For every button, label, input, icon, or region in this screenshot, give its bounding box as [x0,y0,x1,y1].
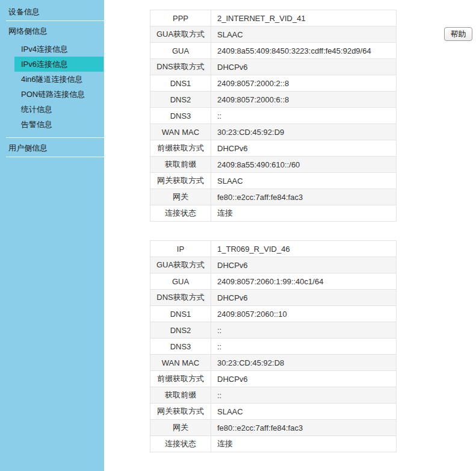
row-value: 2409:8057:2000:2::8 [211,75,397,92]
row-label: DNS3 [150,338,211,355]
row-value: fe80::e2cc:7aff:fe84:fac3 [211,189,397,205]
row-value: :: [211,338,397,355]
table-row: 连接状态 连接 [150,205,397,222]
sidebar: 设备信息网络侧信息IPv4连接信息IPv6连接信息4in6隧道连接信息PON链路… [0,0,104,471]
row-value: 连接 [211,205,397,222]
row-label: IP [150,241,211,257]
row-value: DHCPv6 [211,257,397,273]
row-value: 2409:8a55:409:8450:3223:cdff:fe45:92d9/6… [211,43,397,59]
row-label: 网关获取方式 [150,404,211,420]
row-label: GUA获取方式 [150,257,211,273]
row-value: DHCPv6 [211,290,397,306]
row-value: SLAAC [211,173,397,189]
ipv6-wan-table-internet: PPP 2_INTERNET_R_VID_41 GUA获取方式 SLAAC GU… [150,10,397,222]
row-label: 网关 [150,420,211,436]
row-label: DNS获取方式 [150,290,211,306]
table-row: DNS2 2409:8057:2000:6::8 [150,92,397,108]
row-value: 2409:8a55:490:610::/60 [211,157,397,173]
row-label: GUA [150,273,211,290]
table-row: WAN MAC 30:23:CD:45:92:D8 [150,355,397,371]
table-row: 网关获取方式 SLAAC [150,404,397,420]
row-label: WAN MAC [150,355,211,371]
row-value: 2_INTERNET_R_VID_41 [211,10,397,27]
table-row: 前缀获取方式 DHCPv6 [150,140,397,157]
table-row: DNS3 :: [150,338,397,355]
table-row: 获取前缀 :: [150,387,397,404]
row-label: DNS1 [150,75,211,92]
table-row: DNS获取方式 DHCPv6 [150,59,397,75]
ipv6-wan-table-tr069: IP 1_TR069_R_VID_46 GUA获取方式 DHCPv6 GUA 2… [150,240,397,452]
table-row: PPP 2_INTERNET_R_VID_41 [150,10,397,27]
row-label: WAN MAC [150,124,211,140]
table-row: GUA 2409:8057:2060:1:99::40c1/64 [150,273,397,290]
row-label: DNS1 [150,306,211,322]
sidebar-divider [6,137,104,138]
row-value: 30:23:CD:45:92:D8 [211,355,397,371]
row-label: 连接状态 [150,205,211,222]
row-label: 获取前缀 [150,387,211,404]
row-value: 连接 [211,436,397,452]
sidebar-divider [6,157,104,157]
row-label: DNS获取方式 [150,59,211,75]
row-label: 网关 [150,189,211,205]
row-label: 网关获取方式 [150,173,211,189]
row-value: 2409:8057:2060:1:99::40c1/64 [211,273,397,290]
table-row: DNS获取方式 DHCPv6 [150,290,397,306]
table-row: 连接状态 连接 [150,436,397,452]
row-label: GUA获取方式 [150,27,211,43]
row-label: GUA [150,43,211,59]
table-row: 网关 fe80::e2cc:7aff:fe84:fac3 [150,189,397,205]
table-row: GUA获取方式 DHCPv6 [150,257,397,273]
sidebar-item-alarm-info[interactable]: 告警信息 [14,117,104,132]
table-row: IP 1_TR069_R_VID_46 [150,241,397,257]
row-value: DHCPv6 [211,371,397,387]
row-value: :: [211,387,397,404]
row-label: PPP [150,10,211,27]
table-row: 前缀获取方式 DHCPv6 [150,371,397,387]
table-row: 网关获取方式 SLAAC [150,173,397,189]
row-label: DNS2 [150,92,211,108]
row-value: DHCPv6 [211,140,397,157]
row-label: DNS3 [150,108,211,124]
row-value: 2409:8057:2060::10 [211,306,397,322]
row-value: 1_TR069_R_VID_46 [211,241,397,257]
row-label: 前缀获取方式 [150,371,211,387]
row-value: 30:23:CD:45:92:D9 [211,124,397,140]
table-row: GUA获取方式 SLAAC [150,27,397,43]
row-value: DHCPv6 [211,59,397,75]
row-value: SLAAC [211,404,397,420]
table-row: DNS1 2409:8057:2000:2::8 [150,75,397,92]
table-row: GUA 2409:8a55:409:8450:3223:cdff:fe45:92… [150,43,397,59]
table-row: WAN MAC 30:23:CD:45:92:D9 [150,124,397,140]
sidebar-item-ipv6-connection-info[interactable]: IPv6连接信息 [14,57,104,72]
sidebar-item-statistics-info[interactable]: 统计信息 [14,102,104,117]
table-row: DNS2 :: [150,322,397,338]
row-value: 2409:8057:2000:6::8 [211,92,397,108]
sidebar-item-ipv4-connection-info[interactable]: IPv4连接信息 [14,42,104,57]
sidebar-item-4in6-tunnel-info[interactable]: 4in6隧道连接信息 [14,72,104,87]
help-button[interactable]: 帮助 [444,27,472,41]
table-row: DNS3 :: [150,108,397,124]
row-label: 连接状态 [150,436,211,452]
main-content: PPP 2_INTERNET_R_VID_41 GUA获取方式 SLAAC GU… [150,10,397,452]
sidebar-item-device-info[interactable]: 设备信息 [0,4,104,19]
table-row: 网关 fe80::e2cc:7aff:fe84:fac3 [150,420,397,436]
sidebar-item-network-side-info[interactable]: 网络侧信息 [0,23,104,39]
row-label: 前缀获取方式 [150,140,211,157]
row-value: SLAAC [211,27,397,43]
row-value: :: [211,108,397,124]
table-row: 获取前缀 2409:8a55:490:610::/60 [150,157,397,173]
row-label: DNS2 [150,322,211,338]
row-label: 获取前缀 [150,157,211,173]
table-row: DNS1 2409:8057:2060::10 [150,306,397,322]
row-value: :: [211,322,397,338]
sidebar-divider [6,20,104,21]
sidebar-item-user-side-info[interactable]: 用户侧信息 [0,140,104,155]
row-value: fe80::e2cc:7aff:fe84:fac3 [211,420,397,436]
sidebar-item-pon-link-info[interactable]: PON链路连接信息 [14,87,104,102]
